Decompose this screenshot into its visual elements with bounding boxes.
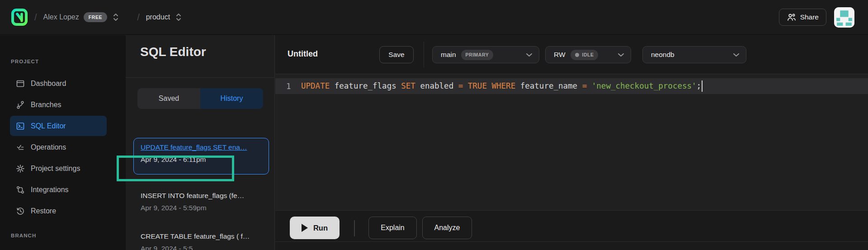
sql-token: SET bbox=[401, 81, 415, 90]
branches-icon bbox=[16, 100, 25, 109]
sql-token bbox=[487, 81, 492, 90]
users-icon bbox=[787, 13, 796, 22]
sidebar-item-label: Integrations bbox=[31, 186, 69, 194]
run-label: Run bbox=[313, 224, 328, 232]
editor-action-bar: Run Explain Analyze bbox=[275, 210, 868, 250]
user-avatar[interactable] bbox=[834, 7, 854, 28]
explain-button[interactable]: Explain bbox=[368, 217, 417, 239]
breadcrumb-separator: / bbox=[137, 12, 140, 23]
line-number: 1 bbox=[286, 82, 291, 91]
plan-badge: FREE bbox=[84, 12, 107, 22]
action-bar-divider bbox=[354, 220, 355, 236]
sql-token bbox=[463, 81, 468, 90]
top-bar: / Alex Lopez FREE / product Share bbox=[0, 0, 868, 35]
history-date: Apr 9, 2024 - 6:11pm bbox=[141, 156, 262, 164]
tab-saved[interactable]: Saved bbox=[137, 88, 200, 109]
chevron-down-icon bbox=[733, 53, 740, 57]
project-section-label: PROJECT bbox=[11, 59, 39, 64]
operations-icon bbox=[16, 143, 25, 152]
status-dot-icon bbox=[575, 53, 579, 57]
query-tab-title: Untitled bbox=[288, 49, 318, 59]
sidebar-item-branches[interactable]: Branches bbox=[10, 94, 107, 115]
branch-select-value: main bbox=[441, 51, 456, 59]
database-select[interactable]: neondb bbox=[642, 46, 746, 63]
share-button[interactable]: Share bbox=[779, 9, 826, 26]
chevron-down-icon bbox=[618, 53, 624, 57]
project-name[interactable]: product bbox=[146, 13, 170, 21]
sql-token bbox=[587, 81, 592, 90]
dashboard-icon bbox=[16, 79, 25, 88]
sql-token: enabled bbox=[415, 81, 458, 90]
sql-token: = bbox=[582, 81, 587, 90]
integrations-icon bbox=[16, 185, 25, 194]
panel-title: SQL Editor bbox=[140, 45, 206, 59]
neon-console-app: / Alex Lopez FREE / product Share bbox=[0, 0, 868, 250]
sql-token: 'new_checkout_process' bbox=[592, 81, 697, 90]
history-date: Apr 9, 2024 - 5:5… bbox=[141, 245, 272, 250]
settings-gear-icon bbox=[16, 164, 25, 173]
compute-select-value: RW bbox=[554, 51, 566, 59]
sql-editor-panel: SQL Editor Saved History UPDATE feature_… bbox=[126, 35, 275, 250]
idle-status-label: IDLE bbox=[582, 52, 594, 57]
panel-divider bbox=[126, 77, 274, 78]
history-query: CREATE TABLE feature_flags ( f… bbox=[141, 232, 272, 241]
breadcrumb-separator: / bbox=[34, 12, 37, 23]
history-query: INSERT INTO feature_flags (fe… bbox=[141, 192, 272, 200]
neon-logo-icon[interactable] bbox=[11, 8, 28, 26]
analyze-button[interactable]: Analyze bbox=[422, 217, 472, 239]
sidebar-item-integrations[interactable]: Integrations bbox=[10, 179, 107, 200]
database-select-value: neondb bbox=[651, 51, 675, 59]
sidebar-item-sql-editor[interactable]: SQL Editor bbox=[10, 116, 107, 136]
results-panel-divider bbox=[275, 241, 868, 242]
sidebar-item-label: Branches bbox=[31, 101, 61, 109]
share-label: Share bbox=[800, 13, 819, 21]
sql-token: = bbox=[458, 81, 463, 90]
sql-token: feature_name bbox=[515, 81, 582, 90]
editor-header: Untitled Save main PRIMARY RW IDLE bbox=[275, 35, 868, 74]
saved-history-tabs: Saved History bbox=[137, 88, 263, 109]
compute-select[interactable]: RW IDLE bbox=[545, 46, 631, 63]
save-button[interactable]: Save bbox=[379, 46, 414, 63]
org-name[interactable]: Alex Lopez bbox=[43, 13, 79, 21]
editor-pane: Untitled Save main PRIMARY RW IDLE bbox=[275, 35, 868, 250]
sidebar-item-restore[interactable]: Restore bbox=[10, 201, 107, 221]
chevron-down-icon bbox=[526, 53, 533, 57]
history-query-link[interactable]: UPDATE feature_flags SET ena… bbox=[141, 143, 262, 151]
sql-code[interactable]: UPDATE feature_flags SET enabled = TRUE … bbox=[301, 80, 703, 92]
history-item[interactable]: CREATE TABLE feature_flags ( f… Apr 9, 2… bbox=[141, 232, 272, 250]
header-divider bbox=[424, 42, 424, 68]
sql-token: feature_flags bbox=[330, 81, 401, 90]
sidebar-nav: Dashboard Branches SQL Editor bbox=[10, 73, 107, 222]
sidebar-item-label: Restore bbox=[31, 207, 56, 215]
sql-token: ; bbox=[697, 81, 702, 90]
idle-status-badge: IDLE bbox=[571, 50, 599, 60]
project-switcher-icon[interactable] bbox=[175, 13, 182, 22]
sidebar-item-label: Project settings bbox=[31, 165, 80, 173]
code-line-active[interactable]: 1 UPDATE feature_flags SET enabled = TRU… bbox=[275, 78, 868, 94]
sql-token: UPDATE bbox=[301, 81, 330, 90]
sidebar-item-dashboard[interactable]: Dashboard bbox=[10, 73, 107, 94]
restore-clock-icon bbox=[16, 207, 25, 216]
primary-badge: PRIMARY bbox=[461, 50, 494, 60]
history-date: Apr 9, 2024 - 5:59pm bbox=[141, 204, 272, 212]
branch-section-label: BRANCH bbox=[11, 233, 36, 238]
sidebar-item-operations[interactable]: Operations bbox=[10, 137, 107, 157]
tab-history[interactable]: History bbox=[200, 88, 263, 109]
history-item[interactable]: INSERT INTO feature_flags (fe… Apr 9, 20… bbox=[141, 192, 272, 212]
run-button[interactable]: Run bbox=[290, 217, 340, 239]
sql-editor-icon bbox=[16, 122, 25, 131]
sidebar-item-label: SQL Editor bbox=[31, 122, 66, 130]
sidebar: PROJECT Dashboard Branches bbox=[0, 35, 126, 250]
play-icon bbox=[302, 224, 308, 232]
history-item-selected[interactable]: UPDATE feature_flags SET ena… Apr 9, 202… bbox=[133, 138, 269, 175]
branch-select[interactable]: main PRIMARY bbox=[432, 46, 539, 63]
sidebar-item-project-settings[interactable]: Project settings bbox=[10, 158, 107, 179]
sql-token: WHERE bbox=[492, 81, 516, 90]
org-switcher-icon[interactable] bbox=[113, 13, 119, 22]
sidebar-item-label: Dashboard bbox=[31, 80, 66, 88]
text-cursor bbox=[702, 80, 703, 92]
sidebar-item-label: Operations bbox=[31, 143, 66, 151]
sql-token: TRUE bbox=[468, 81, 487, 90]
